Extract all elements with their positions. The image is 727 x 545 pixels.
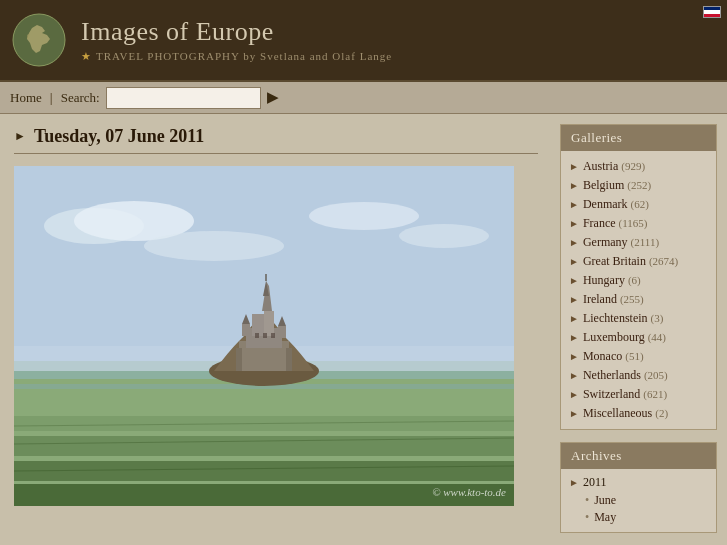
gallery-link[interactable]: Switzerland: [583, 387, 640, 402]
language-flag-icon[interactable]: [703, 6, 721, 18]
gallery-link[interactable]: Denmark: [583, 197, 628, 212]
gallery-link[interactable]: Great Britain: [583, 254, 646, 269]
gallery-arrow-icon: ►: [569, 199, 579, 210]
gallery-link[interactable]: Hungary: [583, 273, 625, 288]
gallery-count: (205): [644, 369, 668, 381]
svg-rect-28: [278, 326, 286, 338]
gallery-count: (51): [625, 350, 643, 362]
gallery-item: ►Germany(2111): [569, 233, 708, 252]
search-submit-button[interactable]: ▶: [267, 89, 278, 106]
gallery-count: (62): [631, 198, 649, 210]
archive-arrow-icon: ►: [569, 477, 579, 488]
gallery-link[interactable]: Netherlands: [583, 368, 641, 383]
sidebar: Galleries ►Austria(929)►Belgium(252)►Den…: [552, 114, 727, 545]
gallery-count: (44): [648, 331, 666, 343]
gallery-item: ►Ireland(255): [569, 290, 708, 309]
svg-point-7: [399, 224, 489, 248]
gallery-item: ►Denmark(62): [569, 195, 708, 214]
gallery-count: (929): [621, 160, 645, 172]
header-text: Images of Europe ★TRAVEL PHOTOGRAPHY by …: [81, 17, 392, 63]
gallery-count: (6): [628, 274, 641, 286]
archive-month-item: June: [585, 492, 708, 509]
gallery-arrow-icon: ►: [569, 370, 579, 381]
gallery-arrow-icon: ►: [569, 294, 579, 305]
gallery-link[interactable]: Miscellaneous: [583, 406, 652, 421]
archive-month-link[interactable]: June: [594, 493, 616, 507]
gallery-item: ►Luxembourg(44): [569, 328, 708, 347]
gallery-arrow-icon: ►: [569, 313, 579, 324]
gallery-arrow-icon: ►: [569, 389, 579, 400]
archive-month-item: May: [585, 509, 708, 526]
gallery-count: (255): [620, 293, 644, 305]
gallery-count: (1165): [619, 217, 648, 229]
gallery-arrow-icon: ►: [569, 218, 579, 229]
gallery-link[interactable]: Liechtenstein: [583, 311, 648, 326]
europe-map-logo: [12, 13, 67, 68]
gallery-link[interactable]: Luxembourg: [583, 330, 645, 345]
gallery-arrow-icon: ►: [569, 408, 579, 419]
svg-rect-22: [264, 311, 274, 336]
gallery-arrow-icon: ►: [569, 237, 579, 248]
search-label: Search:: [61, 90, 100, 106]
gallery-arrow-icon: ►: [569, 161, 579, 172]
gallery-item: ►Austria(929): [569, 157, 708, 176]
gallery-link[interactable]: Ireland: [583, 292, 617, 307]
gallery-count: (252): [627, 179, 651, 191]
gallery-count: (2): [655, 407, 668, 419]
archive-year-link[interactable]: 2011: [583, 475, 607, 490]
gallery-item: ►Netherlands(205): [569, 366, 708, 385]
svg-rect-18: [236, 348, 242, 371]
gallery-count: (2674): [649, 255, 678, 267]
gallery-item: ►Hungary(6): [569, 271, 708, 290]
galleries-title: Galleries: [561, 125, 716, 151]
photo-credit: © www.kto-to.de: [432, 486, 506, 498]
svg-rect-30: [255, 333, 259, 338]
search-input[interactable]: [106, 87, 261, 109]
svg-point-5: [144, 231, 284, 261]
nav-divider: |: [50, 90, 53, 106]
gallery-link[interactable]: France: [583, 216, 616, 231]
content-area: ► Tuesday, 07 June 2011: [0, 114, 552, 545]
photo-container: © www.kto-to.de: [14, 166, 514, 506]
gallery-item: ►Liechtenstein(3): [569, 309, 708, 328]
gallery-link[interactable]: Austria: [583, 159, 618, 174]
gallery-arrow-icon: ►: [569, 256, 579, 267]
gallery-arrow-icon: ►: [569, 180, 579, 191]
date-title: Tuesday, 07 June 2011: [34, 126, 204, 147]
galleries-box: Galleries ►Austria(929)►Belgium(252)►Den…: [560, 124, 717, 430]
gallery-arrow-icon: ►: [569, 275, 579, 286]
date-header: ► Tuesday, 07 June 2011: [14, 126, 538, 154]
site-subtitle: ★TRAVEL PHOTOGRAPHY by Svetlana and Olaf…: [81, 50, 392, 63]
gallery-arrow-icon: ►: [569, 332, 579, 343]
svg-point-6: [309, 202, 419, 230]
site-title: Images of Europe: [81, 17, 392, 47]
gallery-count: (3): [651, 312, 664, 324]
archive-year-item: ►2011JuneMay: [569, 475, 708, 526]
gallery-link[interactable]: Belgium: [583, 178, 624, 193]
gallery-link[interactable]: Monaco: [583, 349, 622, 364]
archive-month-link[interactable]: May: [594, 510, 616, 524]
photo-image: [14, 166, 514, 506]
star-icon: ★: [81, 50, 92, 62]
svg-rect-26: [242, 324, 250, 336]
svg-rect-32: [271, 333, 275, 338]
home-link[interactable]: Home: [10, 90, 42, 106]
svg-rect-19: [286, 348, 292, 371]
gallery-item: ►Belgium(252): [569, 176, 708, 195]
archives-list: ►2011JuneMay: [561, 469, 716, 532]
gallery-item: ►Miscellaneous(2): [569, 404, 708, 423]
svg-rect-21: [252, 314, 264, 336]
svg-rect-31: [263, 333, 267, 338]
date-arrow-icon: ►: [14, 129, 26, 144]
gallery-link[interactable]: Germany: [583, 235, 628, 250]
gallery-item: ►Monaco(51): [569, 347, 708, 366]
navbar: Home | Search: ▶: [0, 80, 727, 114]
gallery-count: (621): [643, 388, 667, 400]
gallery-count: (2111): [631, 236, 660, 248]
header: Images of Europe ★TRAVEL PHOTOGRAPHY by …: [0, 0, 727, 80]
gallery-item: ►France(1165): [569, 214, 708, 233]
svg-rect-12: [14, 461, 514, 481]
galleries-list: ►Austria(929)►Belgium(252)►Denmark(62)►F…: [561, 151, 716, 429]
gallery-item: ►Great Britain(2674): [569, 252, 708, 271]
gallery-arrow-icon: ►: [569, 351, 579, 362]
